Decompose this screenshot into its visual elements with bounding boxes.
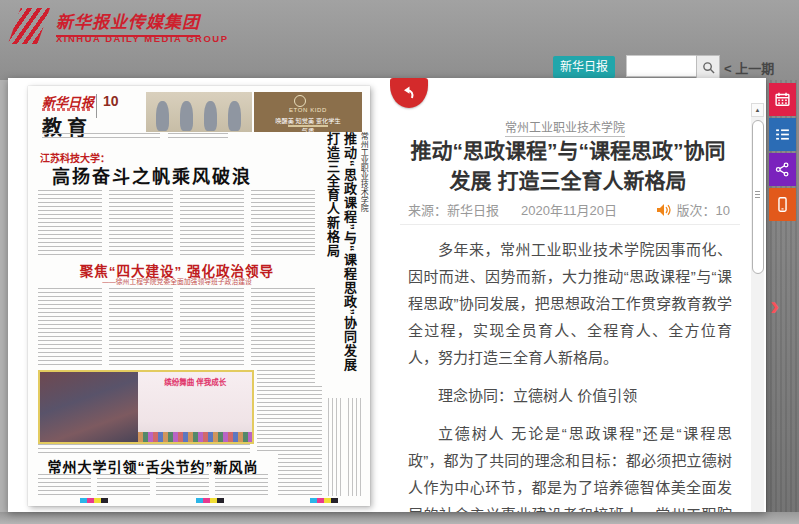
newsprint-column xyxy=(251,288,315,366)
vertical-article-headline[interactable]: 推动“思政课程”与“课程思政”协同发展 打造三全育人新格局 xyxy=(324,132,358,390)
calendar-icon xyxy=(774,91,791,108)
back-button[interactable] xyxy=(390,78,428,108)
back-arrow-icon xyxy=(400,85,418,101)
masthead-logo-subline xyxy=(42,108,90,111)
photo-caption-lines xyxy=(38,444,250,453)
brand-logo: 新华报业传媒集团 XINHUA DAILY MEDIA GROUP xyxy=(8,6,248,52)
list-icon xyxy=(774,126,791,143)
article-title-line2: 发展 打造三全育人新格局 xyxy=(400,166,736,196)
newsprint-column-vertical xyxy=(328,398,343,496)
search-button[interactable] xyxy=(696,55,720,79)
news-photo-right: 缤纷舞曲 伴我成长 xyxy=(138,372,252,442)
newsprint-lines xyxy=(168,133,228,141)
stage-banner-text: 缤纷舞曲 伴我成长 xyxy=(152,376,238,387)
news-photo-pair: 缤纷舞曲 伴我成长 xyxy=(38,370,254,444)
app-window: 新华报业传媒集团 XINHUA DAILY MEDIA GROUP 新华日报 <… xyxy=(0,0,799,524)
article-edition: 版次：10 xyxy=(677,200,730,219)
ad-subline xyxy=(288,125,328,127)
masthead-divider xyxy=(96,94,97,118)
article-paragraph: 多年来，常州工业职业技术学院因事而化、因时而进、因势而新，大力推动“思政课程”与… xyxy=(408,236,732,371)
newsprint-column xyxy=(109,190,173,258)
article-kicker: 常州工业职业技术学院 xyxy=(390,118,740,136)
bottom-article-headline[interactable]: 常州大学引领“舌尖节约”新风尚 xyxy=(34,456,272,476)
article-meta: 来源：新华日报 2020年11月20日 版次：10 xyxy=(408,200,730,219)
mobile-version-button[interactable] xyxy=(769,188,796,221)
mid-article-subhead: ——徐州工程学院党委全面加强领导班子政治建设 xyxy=(82,276,271,286)
paper-select-button[interactable]: 新华日报 xyxy=(553,56,615,78)
advertisement-box: ETON KIDD 唤醒美 知觉美 变化学生气质 xyxy=(254,92,362,132)
article-title: 推动“思政课程”与“课程思政”协同 发展 打造三全育人新格局 xyxy=(400,136,736,196)
ad-slogan: 唤醒美 知觉美 变化学生气质 xyxy=(275,116,342,132)
article-scrollbar[interactable]: ▲ xyxy=(751,103,764,512)
newsprint-column xyxy=(251,190,315,258)
photo-figure xyxy=(228,101,241,131)
lead-article-headline[interactable]: 高扬奋斗之帆乘风破浪 xyxy=(52,162,252,188)
newsprint-column xyxy=(215,474,268,496)
article-list-button[interactable] xyxy=(769,118,796,151)
vertical-article-kicker[interactable]: 常州工业职业技术学院 xyxy=(358,132,370,228)
photo-figure xyxy=(204,101,217,131)
next-page-chevron[interactable]: › xyxy=(770,292,779,320)
search-icon xyxy=(702,61,715,74)
newsprint-column xyxy=(156,474,209,496)
print-color-bar xyxy=(80,498,108,503)
photo-figure xyxy=(156,101,169,131)
article-title-line1: 推动“思政课程”与“课程思政”协同 xyxy=(400,136,736,166)
scroll-up-button[interactable]: ▲ xyxy=(751,103,764,117)
share-icon xyxy=(774,161,791,178)
ad-brand: ETON KIDD xyxy=(276,107,341,114)
scroll-up-icon: ▲ xyxy=(755,107,761,113)
newspaper-page[interactable]: 新华日报 10 教育 ETON KIDD 唤醒美 知觉美 变化学生气质 江苏科技… xyxy=(28,86,370,506)
newsprint-column xyxy=(97,474,150,496)
newsprint-column xyxy=(38,474,91,496)
article-body: 多年来，常州工业职业技术学院因事而化、因时而进、因势而新，大力推动“思政课程”与… xyxy=(408,236,732,512)
share-button[interactable] xyxy=(769,153,796,186)
article-paragraph: 立德树人 无论是“思政课程”还是“课程思政”，都为了共同的理念和目标：都必须把立… xyxy=(408,420,732,512)
photo-figure xyxy=(180,101,193,131)
newsprint-column xyxy=(38,190,102,258)
performers-strip xyxy=(138,432,252,442)
newsprint-column xyxy=(38,288,102,366)
ad-logo-icon xyxy=(294,95,306,107)
article-source: 来源：新华日报 xyxy=(408,200,499,219)
brand-name-en: XINHUA DAILY MEDIA GROUP xyxy=(56,33,229,44)
newsprint-column xyxy=(278,386,322,496)
calendar-tool-button[interactable] xyxy=(769,83,796,116)
print-color-bar xyxy=(196,498,224,503)
article-reader-panel: 常州工业职业技术学院 推动“思政课程”与“课程思政”协同 发展 打造三全育人新格… xyxy=(390,78,752,512)
newsprint-column xyxy=(109,288,173,366)
search-input[interactable] xyxy=(626,55,700,77)
phone-icon xyxy=(774,196,791,213)
news-photo-left xyxy=(40,372,138,442)
read-aloud-icon[interactable] xyxy=(656,203,672,217)
article-date: 2020年11月20日 xyxy=(521,200,617,219)
xinhua-logo-icon xyxy=(8,8,50,44)
newsprint-column xyxy=(180,190,244,258)
scrollbar-thumb[interactable] xyxy=(752,120,764,274)
newsprint-column-vertical xyxy=(348,398,363,496)
banner-photo xyxy=(146,92,252,132)
newsprint-lines xyxy=(42,133,160,141)
background-bottom-strip xyxy=(0,512,799,524)
newsprint-column xyxy=(180,288,244,366)
page-number: 10 xyxy=(103,93,119,109)
article-subhead: 理念协同：立德树人 价值引领 xyxy=(408,382,732,409)
meta-divider xyxy=(400,224,740,225)
previous-issue-link[interactable]: < 上一期 xyxy=(724,58,774,77)
print-color-bar xyxy=(310,498,338,503)
